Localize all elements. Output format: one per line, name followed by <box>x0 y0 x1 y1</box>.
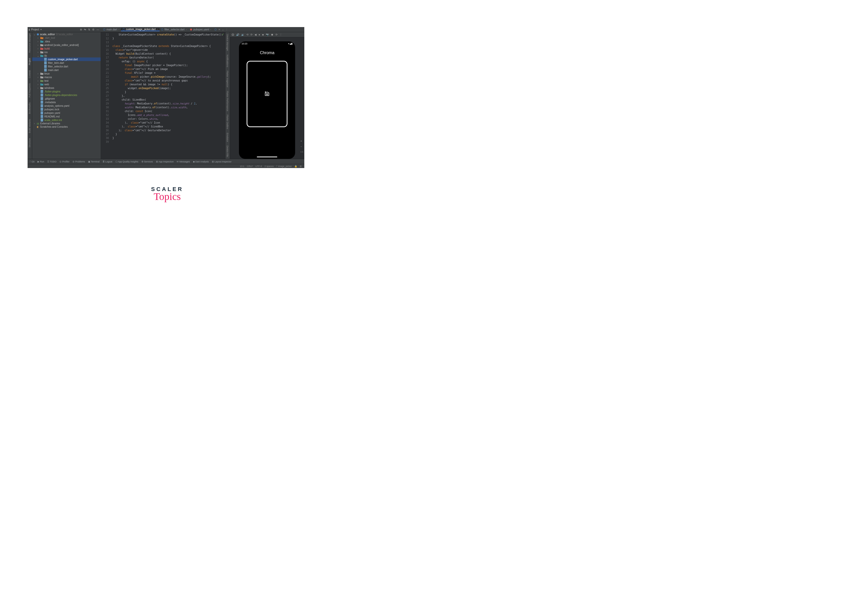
tree-file[interactable]: pubspec.yaml <box>32 111 101 115</box>
home-icon[interactable]: ● <box>258 33 260 36</box>
settings-icon[interactable]: ⚙ <box>92 28 94 31</box>
close-icon[interactable]: × <box>210 28 211 31</box>
volume-down-icon[interactable]: 🔉 <box>241 33 244 36</box>
tree-folder[interactable]: › macos <box>32 75 101 79</box>
caret-pos[interactable]: 13:1 <box>240 165 244 167</box>
bottom-tab-app-inspection[interactable]: ⊞ App Inspection <box>156 160 174 163</box>
close-icon[interactable]: × <box>118 28 120 31</box>
tree-folder[interactable]: › .dart_tool <box>32 36 101 40</box>
tree-file[interactable]: pubspec.lock <box>32 108 101 111</box>
project-tree[interactable]: ⌄⬢ scala_editor D:\scala_editor › .dart_… <box>32 32 101 159</box>
close-icon[interactable]: × <box>157 28 158 31</box>
pin-icon[interactable]: ⤧ <box>218 28 220 31</box>
bottom-tab-terminal[interactable]: ▣ Terminal <box>88 160 100 163</box>
tree-file[interactable]: filter_item.dart <box>32 61 101 65</box>
tree-folder[interactable]: › web <box>32 83 101 86</box>
rail-resource-manager[interactable]: Resource Manager <box>28 33 31 53</box>
rail-device-manager[interactable]: Device Manager <box>226 34 229 51</box>
rail-notifications[interactable]: Notifications <box>226 55 229 67</box>
tree-file[interactable]: .gitignore <box>32 97 101 100</box>
tab-pubspec-yaml[interactable]: ⬢pubspec.yaml× <box>188 28 213 31</box>
rail-pull-requests[interactable]: Pull Requests <box>28 83 31 98</box>
bottom-tab-todo[interactable]: ☰ TODO <box>47 160 56 163</box>
tree-file[interactable]: .flutter-plugins-dependencies <box>32 93 101 97</box>
bottom-tab-profiler[interactable]: ⊙ Profiler <box>59 160 69 163</box>
bottom-tab-messages[interactable]: ✉ Messages <box>177 160 190 163</box>
tree-file[interactable]: analysis_options.yaml <box>32 104 101 108</box>
bottom-tab-services[interactable]: ⚙ Services <box>142 160 153 163</box>
kebab-icon[interactable]: ⋮ <box>279 33 282 36</box>
more-icon[interactable]: ⟳ <box>276 33 278 36</box>
bottom-tab-git[interactable]: ᚶ Git <box>30 160 34 163</box>
inspection-ok-icon[interactable]: ✓ <box>222 33 224 36</box>
expand-icon[interactable]: ⇆ <box>84 28 86 31</box>
rotate-right-icon[interactable]: ⟳ <box>251 33 252 36</box>
tree-file[interactable]: main.dart <box>32 68 101 72</box>
rail-build-variants[interactable]: Build Variants <box>28 119 31 133</box>
collapse-icon[interactable]: ⇅ <box>88 28 90 31</box>
tree-folder[interactable]: › .idea <box>32 40 101 43</box>
tree-folder[interactable]: › test <box>32 79 101 83</box>
git-branch[interactable]: ᚶ image_picker <box>276 165 292 167</box>
bottom-tab-problems[interactable]: ⊘ Problems <box>72 160 85 163</box>
zoom-out-icon[interactable]: − <box>301 145 303 148</box>
notifications-icon[interactable]: ⊞ <box>300 165 302 167</box>
more-tabs-icon[interactable]: ⬡ <box>214 28 217 31</box>
rail-bookmarks[interactable]: Bookmarks <box>28 102 31 114</box>
rail-project[interactable]: Project <box>28 58 31 65</box>
screenshot-icon[interactable]: 📷 <box>266 33 269 36</box>
bottom-tab-run[interactable]: ▶ Run <box>37 160 44 163</box>
back-icon[interactable]: ◀ <box>254 33 257 36</box>
code-editor[interactable]: 1112131415161718192021222324252627282930… <box>100 32 225 159</box>
rail-flutter-performance[interactable]: Flutter Performance <box>226 91 229 111</box>
tree-scratches[interactable]: ◐ Scratches and Consoles <box>32 125 101 129</box>
tree-folder[interactable]: › build <box>32 47 101 50</box>
tree-file[interactable]: .flutter-plugins <box>32 90 101 93</box>
code-content[interactable]: State<CustomImagePicker> createState() =… <box>110 32 225 159</box>
bottom-tab-dart-analysis[interactable]: ◆ Dart Analysis <box>193 160 209 163</box>
kebab-icon[interactable]: ⋮ <box>226 28 228 31</box>
rail-commit[interactable]: Commit <box>28 70 31 78</box>
overview-icon[interactable]: ■ <box>262 33 264 36</box>
tree-folder[interactable]: › linux <box>32 72 101 75</box>
hide-icon[interactable]: — <box>96 28 99 31</box>
fit-icon[interactable]: 1:1 <box>301 151 303 153</box>
tree-file[interactable]: .metadata <box>32 100 101 104</box>
zoom-in-icon[interactable]: + <box>301 139 303 142</box>
tab-custom-image-picker[interactable]: ⬡custom_image_picker.dart× <box>121 28 159 31</box>
tab-main-dart[interactable]: ⬡main.dart× <box>102 28 121 31</box>
tree-file[interactable]: README.md <box>32 115 101 118</box>
add-photo-box[interactable] <box>247 61 288 127</box>
file-encoding[interactable]: UTF-8 <box>255 165 262 167</box>
device-screen[interactable]: 10:23 ▾◢▮ Chroma <box>239 41 295 159</box>
bottom-tab-logcat[interactable]: ≣ Logcat <box>103 160 112 163</box>
tree-folder[interactable]: › windows <box>32 86 101 90</box>
rail-device-file[interactable]: Device File <box>226 146 229 157</box>
tree-folder[interactable]: ⌄ lib <box>32 54 101 58</box>
bottom-tab-app-quality-insights[interactable]: ⬡ App Quality Insights <box>115 160 138 163</box>
dropdown-icon[interactable]: ⌄ <box>222 28 224 31</box>
line-separator[interactable]: CRLF <box>247 165 253 167</box>
bottom-tab-layout-inspector[interactable]: ⊞ Layout Inspector <box>212 160 232 163</box>
indent[interactable]: 2 spaces <box>264 165 274 167</box>
project-panel-title[interactable]: ▮ Project ▼ <box>29 28 42 31</box>
tree-external-libraries[interactable]: ›⫿⫿ External Libraries <box>32 122 101 125</box>
power-icon[interactable]: ⏻ <box>232 33 234 36</box>
tree-file[interactable]: filter_selector.dart <box>32 65 101 68</box>
volume-up-icon[interactable]: 🔊 <box>236 33 239 36</box>
record-icon[interactable]: ⏺ <box>271 33 273 36</box>
tree-folder[interactable]: › ios <box>32 50 101 54</box>
tree-folder[interactable]: › android [scala_editor_android] <box>32 43 101 47</box>
tab-filter-selector[interactable]: ⬡filter_selector.dart× <box>159 28 188 31</box>
tree-file[interactable]: scala_editor.iml <box>32 118 101 122</box>
tree-root[interactable]: ⌄⬢ scala_editor D:\scala_editor <box>32 33 101 36</box>
rail-structure[interactable]: Structure <box>28 138 31 148</box>
rail-flutter-inspector[interactable]: Flutter Inspector <box>226 71 229 87</box>
close-icon[interactable]: × <box>186 28 187 31</box>
rotate-left-icon[interactable]: ⟲ <box>247 33 248 36</box>
rail-emulator[interactable]: Emulator <box>226 133 229 142</box>
rail-flutter-outline[interactable]: Flutter Outline <box>226 115 229 129</box>
locate-icon[interactable]: ⊕ <box>80 28 82 31</box>
lock-icon[interactable]: 🔒 <box>294 165 297 167</box>
tree-file[interactable]: custom_image_picker.dart <box>32 58 101 61</box>
